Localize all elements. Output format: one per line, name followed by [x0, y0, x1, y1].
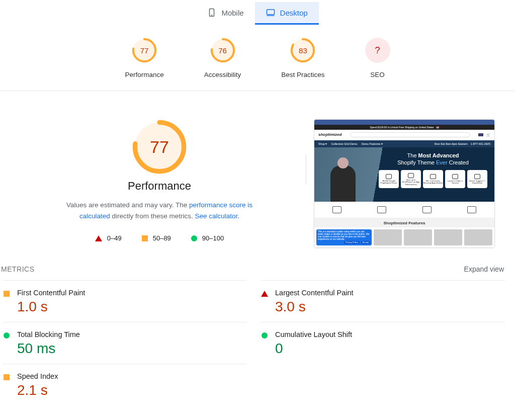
gauge-seo-ring: ? [365, 38, 390, 63]
preview-thumb [464, 229, 492, 245]
metric-cls: Cumulative Layout Shift 0 [261, 322, 505, 364]
preview-cat-icon [422, 206, 432, 213]
metric-name: Largest Contentful Paint [275, 289, 354, 297]
metric-value: 1.0 s [17, 299, 85, 315]
preview-thumb [434, 229, 462, 245]
perf-calc-link[interactable]: See calculator. [195, 212, 240, 220]
gauge-seo[interactable]: ? SEO [365, 38, 390, 78]
performance-large-score: 77 [132, 119, 187, 175]
preview-nav-phone: 1-877-431-2925 [471, 142, 490, 145]
legend-avg-label: 50–89 [153, 234, 171, 242]
square-orange-icon [4, 291, 10, 297]
preview-nav-hours: Mon-Sat 8am-6pm Eastern [435, 142, 468, 145]
preview-nav-item: Collection Grid Demo [331, 142, 357, 145]
preview-footer: This is a standard cookie notice which y… [314, 227, 494, 247]
expand-view-link[interactable]: Expand view [464, 265, 504, 273]
preview-icon-row [314, 202, 494, 218]
performance-title: Performance [128, 180, 191, 193]
gauge-accessibility[interactable]: 76 Accessibility [204, 38, 241, 78]
metric-name: Speed Index [17, 372, 58, 380]
desktop-icon [266, 7, 275, 18]
preview-cookie-accept: Accept [361, 241, 370, 244]
preview-hero-person [330, 165, 356, 202]
preview-features-title: Shoptimized Features [314, 218, 494, 227]
tab-desktop[interactable]: Desktop [255, 2, 319, 25]
preview-cat-icon [332, 206, 341, 213]
metric-name: Cumulative Layout Shift [275, 330, 352, 339]
metric-value: 3.0 s [275, 299, 354, 315]
gauge-performance[interactable]: 77 Performance [125, 38, 163, 78]
triangle-red-icon [95, 235, 102, 241]
metrics-header: METRICS Expand view [0, 265, 515, 273]
preview-cookie-notice: This is a standard cookie notice which y… [316, 229, 372, 245]
svg-rect-2 [267, 10, 274, 15]
gauge-best-practices-score: 83 [290, 38, 315, 63]
metrics-grid: First Contentful Paint 1.0 s Largest Con… [0, 280, 515, 405]
gauge-seo-score: ? [365, 38, 390, 63]
category-gauges: 77 Performance 76 Accessibility 83 Best … [0, 25, 515, 91]
gauge-best-practices-label: Best Practices [281, 71, 324, 78]
preview-flag-icon [478, 133, 483, 136]
preview-promo-text: Spend $100.00 to Unlock Free Shipping on… [370, 126, 434, 129]
preview-nav-item: Shop ▾ [318, 142, 327, 145]
metric-lcp: Largest Contentful Paint 3.0 s [261, 280, 505, 322]
preview-cat-icon [377, 206, 386, 213]
preview-topbar [314, 120, 494, 125]
preview-thumb [374, 229, 402, 245]
metrics-label: METRICS [1, 265, 35, 273]
metric-name: First Contentful Paint [17, 289, 85, 297]
metric-fcp: First Contentful Paint 1.0 s [3, 280, 247, 322]
legend-fail-label: 0–49 [107, 234, 122, 242]
preview-hero-title: The Most Advanced Shopify Theme Ever Cre… [379, 152, 487, 166]
gauge-accessibility-ring: 76 [210, 38, 235, 63]
preview-cookie-privacy: Privacy Policy [344, 241, 360, 244]
gauge-seo-label: SEO [370, 71, 385, 78]
metric-value: 2.1 s [17, 382, 58, 398]
gauge-performance-ring: 77 [132, 38, 157, 63]
legend-avg: 50–89 [142, 234, 171, 242]
gauge-performance-score: 77 [132, 38, 157, 63]
legend-fail: 0–49 [95, 234, 122, 242]
tab-desktop-label: Desktop [280, 9, 308, 17]
gauge-performance-label: Performance [125, 71, 163, 78]
preview-cat-icon [467, 206, 476, 213]
perf-desc-mid: directly from these metrics. [110, 212, 195, 220]
score-legend: 0–49 50–89 90–100 [95, 234, 224, 242]
circle-green-icon [262, 332, 268, 339]
preview-thumb [404, 229, 432, 245]
legend-pass-label: 90–100 [202, 234, 224, 242]
preview-logo: shoptimized [318, 132, 342, 137]
tab-mobile-label: Mobile [221, 9, 243, 17]
gauge-accessibility-label: Accessibility [204, 71, 241, 78]
circle-green-icon [4, 332, 10, 339]
preview-cart-icon: 🛒 [486, 133, 490, 137]
preview-cookie-text: This is a standard cookie notice which y… [318, 231, 370, 241]
metric-si: Speed Index 2.1 s [3, 364, 247, 405]
performance-section: 77 Performance Values are estimated and … [0, 91, 515, 268]
gauge-best-practices[interactable]: 83 Best Practices [281, 38, 324, 78]
page-screenshot-preview: Spend $100.00 to Unlock Free Shipping on… [314, 119, 495, 248]
performance-description: Values are estimated and may vary. The p… [54, 200, 265, 221]
square-orange-icon [142, 235, 148, 241]
preview-search [350, 132, 470, 137]
performance-summary: 77 Performance Values are estimated and … [20, 119, 299, 248]
preview-promo-bar: Spend $100.00 to Unlock Free Shipping on… [314, 125, 494, 130]
preview-header: shoptimized 🛒 [314, 130, 494, 141]
circle-green-icon [191, 235, 197, 241]
gauge-accessibility-score: 76 [210, 38, 235, 63]
metric-tbt: Total Blocking Time 50 ms [3, 322, 247, 364]
preview-nav-item: Demo Features ▾ [362, 142, 383, 145]
triangle-red-icon [261, 291, 268, 297]
preview-hero: The Most Advanced Shopify Theme Ever Cre… [314, 147, 494, 202]
tab-mobile[interactable]: Mobile [196, 2, 254, 25]
metric-value: 0 [275, 341, 352, 357]
preview-nav: Shop ▾ Collection Grid Demo Demo Feature… [314, 140, 494, 147]
legend-pass: 90–100 [191, 234, 224, 242]
perf-desc-prefix: Values are estimated and may vary. The [66, 201, 189, 209]
gauge-best-practices-ring: 83 [290, 38, 315, 63]
preview-hero-cards: 98/100 Google PageSpeed Score Save up to… [379, 170, 487, 188]
metric-name: Total Blocking Time [17, 330, 80, 339]
square-orange-icon [4, 374, 10, 380]
metric-value: 50 ms [17, 341, 80, 357]
mobile-icon [207, 7, 216, 18]
